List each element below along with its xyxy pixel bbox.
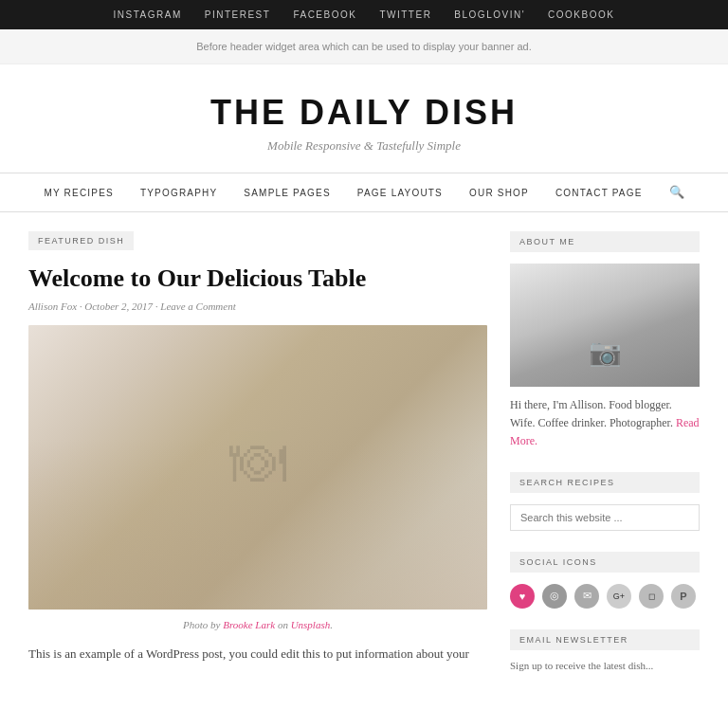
instagram-icon[interactable]: ◻ xyxy=(639,584,664,609)
site-tagline: Mobile Responsive & Tastefully Simple xyxy=(19,138,709,154)
about-photo xyxy=(510,264,700,387)
caption-period: . xyxy=(330,619,333,630)
email-section: EMAIL NEWSLETTER Sign up to receive the … xyxy=(510,629,700,674)
facebook-link[interactable]: FACEBOOK xyxy=(293,9,356,20)
email-title: EMAIL NEWSLETTER xyxy=(510,629,700,650)
feed-icon[interactable]: ◎ xyxy=(542,584,567,609)
search-title: SEARCH RECIPES xyxy=(510,472,700,493)
post-meta: Allison Fox · October 2, 2017 · Leave a … xyxy=(28,300,487,312)
nav-contact-page[interactable]: CONTACT PAGE xyxy=(555,188,643,198)
social-section: SOCIAL ICONS ♥ ◎ ✉ G+ ◻ P xyxy=(510,552,700,609)
caption-site-link[interactable]: Unsplash xyxy=(291,619,331,630)
post-image-wrap xyxy=(28,325,487,610)
nav-my-recipes[interactable]: MY RECIPES xyxy=(44,188,114,198)
twitter-link[interactable]: TWITTER xyxy=(379,9,431,20)
mail-icon[interactable]: ✉ xyxy=(574,584,599,609)
top-bar: INSTAGRAM PINTEREST FACEBOOK TWITTER BLO… xyxy=(0,0,728,29)
caption-mid: on xyxy=(275,619,291,630)
about-description: Hi there, I'm Allison. Food blogger. Wif… xyxy=(510,398,673,429)
post-title: Welcome to Our Delicious Table xyxy=(28,264,487,293)
about-me-title: ABOUT ME xyxy=(510,231,700,252)
search-input[interactable] xyxy=(510,504,700,531)
instagram-link[interactable]: INSTAGRAM xyxy=(114,9,182,20)
main-content: FEATURED DISH Welcome to Our Delicious T… xyxy=(28,231,487,694)
post-image xyxy=(28,325,487,610)
bloglovin-link[interactable]: BLOGLOVIN' xyxy=(454,9,525,20)
nav-typography[interactable]: TYPOGRAPHY xyxy=(140,188,217,198)
email-text: Sign up to receive the latest dish... xyxy=(510,658,700,674)
heart-icon[interactable]: ♥ xyxy=(510,584,535,609)
nav-page-layouts[interactable]: PAGE LAYOUTS xyxy=(357,188,443,198)
nav-sample-pages[interactable]: SAMPLE PAGES xyxy=(244,188,330,198)
pinterest-link[interactable]: PINTEREST xyxy=(205,9,271,20)
image-caption: Photo by Brooke Lark on Unsplash. xyxy=(28,619,487,630)
search-section: SEARCH RECIPES xyxy=(510,472,700,531)
site-title: THE DAILY DISH xyxy=(19,93,709,133)
about-me-section: ABOUT ME Hi there, I'm Allison. Food blo… xyxy=(510,231,700,451)
banner-area: Before header widget area which can be u… xyxy=(0,29,728,64)
banner-text: Before header widget area which can be u… xyxy=(196,41,531,52)
social-title: SOCIAL ICONS xyxy=(510,552,700,573)
nav-our-shop[interactable]: OUR SHOP xyxy=(469,188,529,198)
pinterest-icon[interactable]: P xyxy=(671,584,696,609)
post-excerpt: This is an example of a WordPress post, … xyxy=(28,644,487,664)
about-text: Hi there, I'm Allison. Food blogger. Wif… xyxy=(510,396,700,451)
search-nav-icon[interactable]: 🔍 xyxy=(669,185,684,200)
caption-prefix: Photo by xyxy=(183,619,223,630)
social-icons-container: ♥ ◎ ✉ G+ ◻ P xyxy=(510,584,700,609)
featured-tag: FEATURED DISH xyxy=(28,231,134,250)
content-wrapper: FEATURED DISH Welcome to Our Delicious T… xyxy=(0,212,728,713)
sidebar: ABOUT ME Hi there, I'm Allison. Food blo… xyxy=(510,231,700,694)
site-header: THE DAILY DISH Mobile Responsive & Taste… xyxy=(0,64,728,173)
cookbook-link[interactable]: COOKBOOK xyxy=(548,9,614,20)
gplus-icon[interactable]: G+ xyxy=(607,584,631,609)
main-nav: MY RECIPES TYPOGRAPHY SAMPLE PAGES PAGE … xyxy=(0,173,728,212)
caption-author-link[interactable]: Brooke Lark xyxy=(223,619,275,630)
